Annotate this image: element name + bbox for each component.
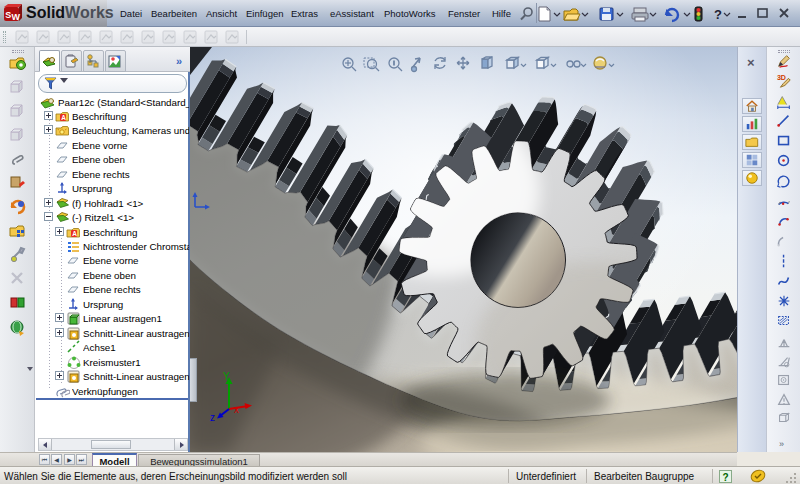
- svg-text:W: W: [12, 12, 21, 22]
- svg-text:?: ?: [714, 7, 722, 22]
- svg-text:A: A: [61, 114, 66, 121]
- svg-text:A: A: [72, 230, 77, 237]
- svg-text:3D: 3D: [777, 74, 786, 82]
- svg-text:x: x: [234, 404, 239, 415]
- svg-text:Y: Y: [223, 371, 230, 382]
- svg-text:S: S: [5, 10, 11, 20]
- svg-text:z: z: [210, 412, 215, 423]
